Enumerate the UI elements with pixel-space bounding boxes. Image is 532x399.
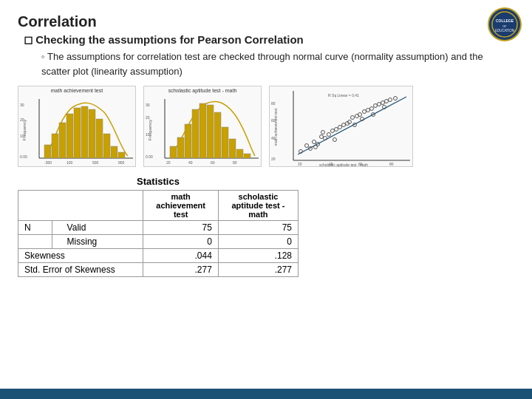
svg-text:30: 30 (20, 103, 24, 107)
svg-text:500: 500 (92, 160, 99, 165)
svg-point-71 (363, 110, 366, 114)
svg-text:60: 60 (271, 118, 276, 123)
svg-text:20: 20 (298, 162, 302, 166)
stats-title: Statistics (18, 176, 299, 187)
svg-rect-30 (170, 146, 177, 158)
svg-point-86 (314, 146, 318, 149)
row-skewness-label: Skewness (18, 249, 143, 263)
svg-point-81 (333, 138, 337, 142)
stats-col1-header: mathachievementtest (143, 191, 218, 221)
svg-text:80: 80 (271, 101, 276, 106)
statistics-section: Statistics mathachievementtest scholasti… (18, 176, 514, 277)
svg-rect-37 (222, 127, 228, 158)
svg-rect-39 (236, 149, 243, 158)
svg-point-62 (331, 129, 335, 133)
svg-text:R Sq Linear = 0.41: R Sq Linear = 0.41 (328, 93, 359, 98)
svg-point-73 (370, 107, 374, 111)
svg-rect-15 (96, 119, 103, 158)
bullet-main: Checking the assumptions for Pearson Cor… (24, 33, 514, 47)
table-row: Skewness .044 .128 (18, 249, 299, 263)
svg-rect-11 (66, 114, 73, 158)
svg-point-59 (320, 135, 324, 139)
svg-point-63 (335, 128, 338, 132)
stats-header-empty (18, 191, 143, 221)
logo: COLLEGE OF EDUCATION (488, 7, 522, 41)
svg-point-61 (327, 133, 331, 137)
svg-rect-38 (229, 139, 236, 158)
row-n-missing-label: Missing (52, 235, 143, 249)
svg-rect-32 (185, 124, 191, 158)
table-row: Missing 0 0 (18, 235, 299, 249)
svg-text:0.00: 0.00 (146, 154, 153, 159)
svg-point-77 (385, 100, 389, 103)
svg-text:40: 40 (188, 160, 193, 165)
svg-text:60: 60 (211, 160, 215, 165)
row-skewness-val1: .044 (143, 249, 218, 263)
svg-rect-13 (81, 106, 88, 158)
chart-scatter: math achievement test scholastic aptitud… (269, 86, 413, 167)
svg-text:Frequency: Frequency (148, 120, 152, 140)
row-n-valid-label: Valid (52, 221, 143, 235)
bullet-sub: The assumptions for correlation test are… (41, 50, 514, 78)
row-n-valid-val2: 75 (218, 221, 298, 235)
svg-text:20: 20 (146, 115, 150, 120)
row-n-label: N (18, 221, 52, 235)
stats-col2-header: scholasticaptitude test -math (218, 191, 298, 221)
svg-text:60: 60 (358, 162, 363, 166)
svg-point-55 (305, 144, 309, 148)
slide: COLLEGE OF EDUCATION Correlation Checkin… (0, 0, 532, 399)
svg-point-68 (351, 116, 355, 120)
svg-rect-34 (200, 103, 206, 158)
svg-text:COLLEGE: COLLEGE (496, 18, 514, 23)
svg-rect-35 (207, 105, 214, 158)
svg-rect-8 (44, 145, 51, 158)
row-stderr-val1: .277 (143, 263, 218, 277)
table-row: Std. Error of Skewness .277 .277 (18, 263, 299, 277)
svg-point-72 (366, 109, 370, 112)
svg-text:-300: -300 (44, 160, 52, 165)
svg-text:20: 20 (166, 160, 171, 165)
svg-rect-14 (89, 109, 95, 158)
chart-histogram-math: math achievement test Frequency (18, 86, 136, 167)
svg-text:20: 20 (20, 117, 24, 122)
svg-rect-36 (214, 112, 221, 158)
svg-rect-12 (74, 108, 81, 158)
row-n-missing-val2: 0 (218, 235, 298, 249)
svg-text:80: 80 (389, 162, 394, 166)
svg-rect-18 (118, 152, 125, 158)
svg-point-78 (389, 98, 392, 102)
svg-point-64 (338, 126, 342, 129)
svg-rect-17 (111, 146, 117, 158)
row-stderr-label: Std. Error of Skewness (18, 263, 143, 277)
svg-text:20: 20 (271, 157, 276, 161)
slide-title: Correlation (18, 13, 514, 30)
row-n-missing-val1: 0 (143, 235, 218, 249)
svg-text:900: 900 (118, 160, 125, 165)
row-n-valid-val1: 75 (143, 221, 218, 235)
svg-text:100: 100 (66, 160, 73, 165)
svg-text:EDUCATION: EDUCATION (495, 29, 514, 33)
svg-rect-9 (52, 134, 58, 158)
svg-rect-10 (59, 123, 66, 158)
svg-text:40: 40 (329, 162, 333, 166)
svg-text:30: 30 (146, 103, 150, 107)
row-stderr-val2: .277 (218, 263, 298, 277)
svg-rect-31 (177, 137, 184, 158)
svg-point-80 (321, 131, 325, 134)
svg-point-79 (394, 97, 398, 100)
svg-text:80: 80 (233, 160, 237, 165)
chart2-title: scholastic aptitude test - math (144, 86, 261, 93)
svg-rect-33 (192, 109, 199, 158)
svg-text:40: 40 (271, 136, 276, 140)
svg-point-75 (378, 103, 381, 106)
chart1-title: math achievement test (18, 86, 135, 93)
svg-text:OF: OF (502, 24, 507, 28)
svg-point-65 (342, 123, 346, 127)
svg-text:0.00: 0.00 (20, 154, 27, 159)
svg-text:10: 10 (146, 132, 150, 137)
svg-text:10: 10 (20, 134, 24, 138)
stats-table: mathachievementtest scholasticaptitude t… (18, 190, 299, 277)
svg-rect-40 (244, 154, 250, 158)
row-skewness-val2: .128 (218, 249, 298, 263)
bottom-bar (0, 389, 532, 399)
